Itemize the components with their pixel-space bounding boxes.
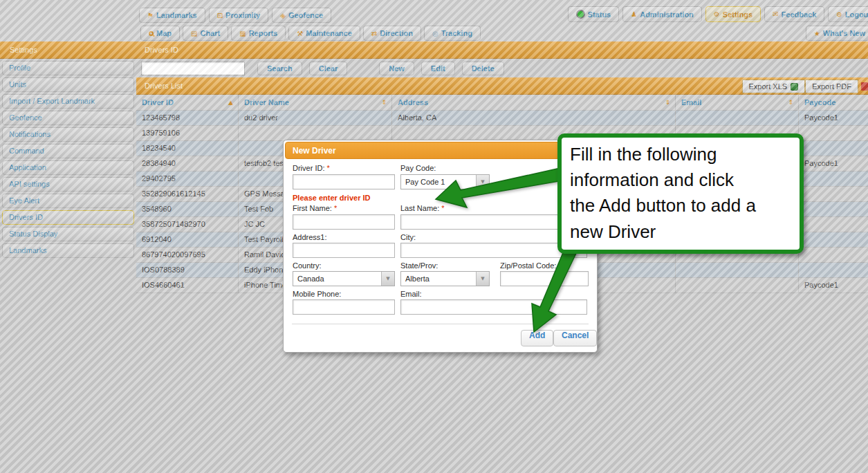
tab-chart[interactable]: ▤Chart — [183, 26, 228, 41]
paycode-cell: Paycode1 — [799, 278, 868, 293]
dialog-title[interactable]: New Driver — [285, 142, 595, 159]
sidebar-item-geofence[interactable]: Geofence — [2, 111, 134, 125]
new-button[interactable]: New — [379, 62, 414, 75]
city-label: City: — [400, 233, 416, 241]
sort-both-icon: ⇕ — [665, 95, 670, 110]
instruction-callout: Fill in the following information and cl… — [557, 133, 804, 254]
column-header-email[interactable]: Email⇕ — [676, 95, 799, 110]
driver-id-cell: 28384940 — [136, 156, 239, 171]
tab-reports[interactable]: ▦Reports — [231, 26, 286, 41]
country-select[interactable]: Canada ▼ — [293, 271, 395, 286]
tracking-icon: ◎ — [432, 30, 438, 37]
driver-id-cell: IOS0788389 — [136, 263, 239, 277]
export-xls-button[interactable]: Export XLS — [742, 80, 806, 93]
pay-code-select[interactable]: Pay Code 1 ▼ — [400, 174, 490, 189]
driver-id-label: Driver ID: * — [293, 164, 330, 172]
tab-map[interactable]: Map — [140, 26, 180, 41]
nav-secondary: Map ▤Chart ▦Reports ⚒Maintenance ⇄Direct… — [140, 26, 481, 41]
column-header-paycode[interactable]: Paycode — [799, 95, 868, 110]
tab-maintenance[interactable]: ⚒Maintenance — [288, 26, 360, 41]
sort-both-icon: ⇕ — [381, 95, 387, 110]
nav-primary: ⚑Landmarks ⊡Proximity ◈Geofence — [139, 8, 331, 23]
whats-new-button[interactable]: ★What's New — [806, 26, 868, 41]
paycode-cell: Paycode1 — [799, 156, 868, 171]
paycode-cell — [799, 126, 868, 140]
column-header-address[interactable]: Address⇕ — [392, 95, 676, 110]
tab-landmarks[interactable]: ⚑Landmarks — [139, 8, 205, 23]
export-pdf-button[interactable]: Export PDF — [805, 80, 858, 93]
state-select[interactable]: Alberta ▼ — [400, 271, 490, 286]
table-row[interactable]: 123465798du2 driverAlberta, CAPaycode1 — [136, 111, 868, 126]
settings-sidebar: Settings ProfileUnitsImport / Export Lan… — [0, 41, 136, 473]
status-icon — [576, 10, 585, 19]
column-header-driver-name[interactable]: Driver Name⇕ — [239, 95, 392, 110]
paycode-cell — [799, 171, 868, 186]
paycode-cell — [799, 232, 868, 247]
sidebar-item-landmarks[interactable]: Landmarks — [2, 243, 134, 258]
feedback-button[interactable]: ✉Feedback — [764, 6, 824, 22]
sidebar-item-profile[interactable]: Profile — [2, 61, 134, 75]
sidebar-item-application[interactable]: Application — [2, 160, 134, 175]
cancel-button[interactable]: Cancel — [553, 330, 597, 346]
search-button[interactable]: Search — [257, 62, 302, 75]
sidebar-item-drivers-id[interactable]: Drivers ID — [2, 210, 134, 225]
direction-icon: ⇄ — [371, 30, 377, 37]
sidebar-item-eye-alert[interactable]: Eye Alert — [2, 194, 134, 208]
flag-icon: ⚑ — [147, 12, 154, 19]
add-button[interactable]: Add — [521, 330, 553, 346]
driver-id-field[interactable] — [293, 174, 395, 189]
sidebar-item-status-display[interactable]: Status Display — [2, 227, 134, 241]
search-input[interactable] — [141, 62, 245, 75]
power-icon: ⊙ — [836, 10, 842, 18]
sidebar-item-notifications[interactable]: Notifications — [2, 127, 134, 142]
driver-id-cell: 123465798 — [136, 111, 239, 125]
nav-user: Status ♟Administration ⚙Settings ✉Feedba… — [568, 6, 868, 22]
paycode-cell: Paycode1 — [799, 111, 868, 125]
driver-id-cell: 358725071482970 — [136, 217, 239, 232]
feedback-icon: ✉ — [773, 10, 778, 18]
email-field[interactable] — [400, 299, 587, 315]
first-name-field[interactable] — [293, 214, 395, 230]
pay-code-label: Pay Code: — [400, 164, 436, 172]
email-cell — [676, 278, 799, 293]
tab-tracking[interactable]: ◎Tracking — [424, 26, 481, 41]
gear-icon: ⚙ — [714, 10, 720, 18]
logout-button[interactable]: ⊙Logout — [828, 6, 868, 22]
paycode-cell — [799, 202, 868, 216]
settings-button[interactable]: ⚙Settings — [705, 6, 761, 22]
zip-label: Zip/Postal Code: — [500, 261, 556, 270]
proximity-icon: ⊡ — [217, 12, 223, 19]
status-button[interactable]: Status — [568, 6, 620, 22]
driver-id-cell: 139759106 — [136, 126, 239, 140]
sidebar-item-command[interactable]: Command — [2, 144, 134, 158]
validation-message: Please enter driver ID — [293, 194, 371, 202]
administration-button[interactable]: ♟Administration — [622, 6, 702, 22]
wrench-icon: ⚒ — [297, 30, 303, 37]
star-icon: ★ — [814, 30, 820, 37]
required-asterisk: * — [327, 164, 330, 172]
list-title-bar: Drivers List Export XLS Export PDF — [136, 77, 868, 95]
zip-field[interactable] — [500, 271, 589, 286]
tab-proximity[interactable]: ⊡Proximity — [209, 8, 269, 23]
paycode-cell — [799, 141, 868, 156]
sidebar-item-api-settings[interactable]: API settings — [2, 177, 134, 192]
sidebar-items: ProfileUnitsImport / Export LandmarkGeof… — [0, 61, 136, 258]
delete-button[interactable]: Delete — [462, 62, 504, 75]
email-cell — [676, 111, 799, 125]
sidebar-item-units[interactable]: Units — [2, 77, 134, 92]
sort-both-icon: ⇕ — [788, 95, 793, 110]
clear-button[interactable]: Clear — [309, 62, 348, 75]
sidebar-header: Settings — [0, 41, 136, 59]
tab-direction[interactable]: ⇄Direction — [363, 26, 421, 41]
edit-button[interactable]: Edit — [421, 62, 455, 75]
tab-geofence[interactable]: ◈Geofence — [272, 8, 331, 23]
driver-id-cell: 29402795 — [136, 171, 239, 186]
column-header-driver-id[interactable]: Driver ID▲ — [136, 95, 239, 110]
mobile-field[interactable] — [293, 299, 395, 315]
sidebar-item-import-export-landmark[interactable]: Import / Export Landmark — [2, 94, 134, 109]
chevron-down-icon: ▼ — [476, 272, 489, 286]
table-header-row: Driver ID▲Driver Name⇕Address⇕Email⇕Payc… — [136, 95, 868, 111]
divider — [292, 324, 589, 324]
state-label: State/Prov: — [400, 261, 438, 270]
address1-field[interactable] — [293, 243, 395, 258]
